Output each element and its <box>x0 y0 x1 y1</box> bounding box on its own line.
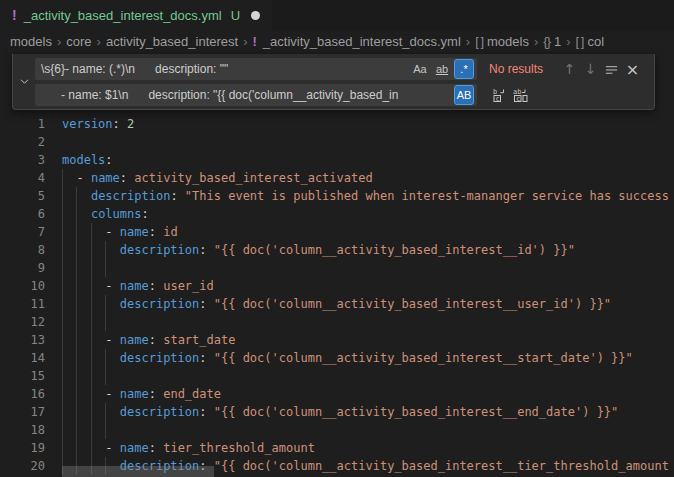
code-line[interactable]: 2 <box>0 133 674 151</box>
indent-guide <box>91 367 92 385</box>
code-line[interactable]: 7 - name: id <box>0 223 674 241</box>
line-number: 4 <box>0 169 62 187</box>
line-content: - name: tier_threshold_amount <box>62 439 674 457</box>
line-content: - name: activity_based_interest_activate… <box>62 169 674 187</box>
code-line[interactable]: 8 description: "{{ doc('column__activity… <box>0 241 674 259</box>
breadcrumb-item[interactable]: models <box>487 34 529 49</box>
line-content <box>62 259 674 277</box>
line-content: - name: start_date <box>62 331 674 349</box>
indent-guide <box>105 349 106 367</box>
indent-guide <box>91 403 92 421</box>
indent-guide <box>62 295 63 313</box>
code-line[interactable]: 15 <box>0 367 674 385</box>
breadcrumb-item[interactable]: activity_based_interest <box>106 34 238 49</box>
toggle-replace-button[interactable] <box>13 54 35 109</box>
breadcrumb-item[interactable]: col <box>587 34 604 49</box>
tab-active-file[interactable]: ! _activity_based_interest_docs.yml U <box>0 0 272 30</box>
line-number: 5 <box>0 187 62 205</box>
line-number: 11 <box>0 295 62 313</box>
indent-guide <box>62 367 63 385</box>
close-find-button[interactable]: × <box>622 59 643 80</box>
indent-guide <box>105 313 106 331</box>
array-symbol-icon: [ ] <box>576 34 584 49</box>
indent-guide <box>76 223 77 241</box>
line-content: models: <box>62 151 674 169</box>
modified-dot-icon[interactable] <box>251 11 260 20</box>
breadcrumb-separator: › <box>566 34 570 49</box>
regex-toggle[interactable]: .* <box>454 59 474 79</box>
breadcrumb-item[interactable]: _activity_based_interest_docs.yml <box>263 34 461 49</box>
indent-guide <box>62 439 63 457</box>
breadcrumb-item[interactable]: core <box>66 34 91 49</box>
code-line[interactable]: 13 - name: start_date <box>0 331 674 349</box>
array-symbol-icon: [ ] <box>475 34 483 49</box>
line-content: columns: <box>62 205 674 223</box>
whole-word-label: ab <box>436 63 448 75</box>
previous-match-button[interactable]: ↑ <box>559 59 580 80</box>
code-line[interactable]: 4 - name: activity_based_interest_activa… <box>0 169 674 187</box>
code-line[interactable]: 18 <box>0 421 674 439</box>
code-line[interactable]: 1version: 2 <box>0 115 674 133</box>
horizontal-scrollbar[interactable] <box>62 466 214 477</box>
editor[interactable]: 1version: 223models:4 - name: activity_b… <box>0 115 674 477</box>
line-number: 20 <box>0 457 62 475</box>
indent-guide <box>62 223 63 241</box>
breadcrumb-separator: › <box>466 34 470 49</box>
breadcrumb-separator: › <box>534 34 538 49</box>
find-input[interactable]: \s{6}- name: (.*)\n description: "" Aa a… <box>35 58 477 80</box>
indent-guide <box>91 259 92 277</box>
indent-guide <box>62 403 63 421</box>
breadcrumb-item[interactable]: 1 <box>554 34 561 49</box>
match-case-toggle[interactable]: Aa <box>410 59 430 79</box>
line-content <box>62 133 674 151</box>
whole-word-toggle[interactable]: ab <box>432 59 452 79</box>
line-number: 1 <box>0 115 62 133</box>
line-content: description: "{{ doc('column__activity_b… <box>62 241 674 259</box>
replace-all-button[interactable]: abc <box>510 85 531 106</box>
line-content: - name: user_id <box>62 277 674 295</box>
line-number: 9 <box>0 259 62 277</box>
code-line[interactable]: 16 - name: end_date <box>0 385 674 403</box>
indent-guide <box>105 295 106 313</box>
tab-bar: ! _activity_based_interest_docs.yml U <box>0 0 674 30</box>
code-line[interactable]: 10 - name: user_id <box>0 277 674 295</box>
code-line[interactable]: 5 description: "This event is published … <box>0 187 674 205</box>
indent-guide <box>91 223 92 241</box>
line-content: description: "{{ doc('column__activity_b… <box>62 403 674 421</box>
breadcrumb-separator: › <box>243 34 247 49</box>
code-line[interactable]: 6 columns: <box>0 205 674 223</box>
next-match-button[interactable]: ↓ <box>580 59 601 80</box>
code-line[interactable]: 11 description: "{{ doc('column__activit… <box>0 295 674 313</box>
code-line[interactable]: 3models: <box>0 151 674 169</box>
indent-guide <box>76 421 77 439</box>
chevron-down-icon <box>19 76 30 87</box>
replace-row: - name: $1\n description: "{{ doc('colum… <box>35 84 650 106</box>
line-number: 3 <box>0 151 62 169</box>
indent-guide <box>62 385 63 403</box>
code-line[interactable]: 12 <box>0 313 674 331</box>
indent-guide <box>76 403 77 421</box>
code-line[interactable]: 14 description: "{{ doc('column__activit… <box>0 349 674 367</box>
indent-guide <box>105 241 106 259</box>
code-line[interactable]: 17 description: "{{ doc('column__activit… <box>0 403 674 421</box>
code-line[interactable]: 19 - name: tier_threshold_amount <box>0 439 674 457</box>
breadcrumb-item[interactable]: models <box>10 34 52 49</box>
indent-guide <box>62 169 63 187</box>
preserve-case-toggle[interactable]: AB <box>454 85 474 105</box>
indent-guide <box>91 385 92 403</box>
indent-guide <box>91 331 92 349</box>
find-widget: \s{6}- name: (.*)\n description: "" Aa a… <box>12 54 655 110</box>
indent-guide <box>91 241 92 259</box>
line-content <box>62 421 674 439</box>
git-status-badge: U <box>231 8 240 23</box>
line-number: 16 <box>0 385 62 403</box>
replace-button[interactable]: bc <box>489 85 510 106</box>
replace-input[interactable]: - name: $1\n description: "{{ doc('colum… <box>35 84 477 106</box>
line-number: 15 <box>0 367 62 385</box>
yaml-file-icon: ! <box>253 34 257 49</box>
code-line[interactable]: 9 <box>0 259 674 277</box>
indent-guide <box>62 205 63 223</box>
find-in-selection-button[interactable] <box>601 59 622 80</box>
replace-all-icon: abc <box>513 87 529 103</box>
line-number: 2 <box>0 133 62 151</box>
